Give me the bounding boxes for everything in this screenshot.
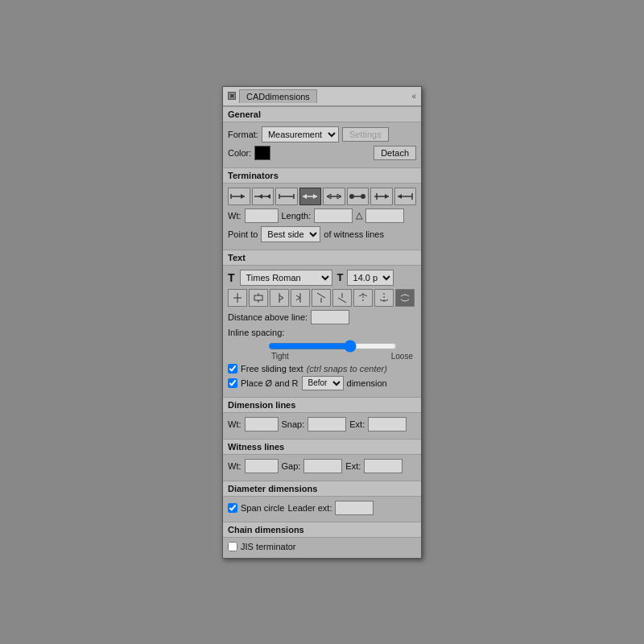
witness-label: of witness lines	[324, 229, 384, 239]
close-button[interactable]: ✕	[228, 92, 236, 100]
terminator-btn-6[interactable]	[347, 188, 369, 205]
general-section-content: Format: Measurement Settings Color: Deta…	[223, 122, 421, 167]
svg-marker-11	[313, 194, 317, 199]
color-label: Color:	[228, 148, 251, 158]
align-btn-7[interactable]	[353, 289, 373, 307]
format-select[interactable]: Measurement	[262, 126, 339, 142]
point-to-label: Point to	[228, 229, 258, 239]
align-btn-2[interactable]	[249, 289, 268, 307]
terminator-btn-5[interactable]	[323, 188, 345, 205]
dim-wt-label: Wt:	[228, 419, 242, 429]
terminators-section-content: Wt: 1.0 pt Length: 0.125" △ 17.5° Point …	[223, 184, 421, 250]
point-to-row: Point to Best side of witness lines	[228, 226, 416, 242]
general-section-header: General	[223, 106, 421, 122]
angle-icon: △	[356, 210, 362, 221]
svg-point-17	[361, 194, 365, 199]
wt-input[interactable]: 1.0 pt	[245, 208, 279, 223]
inline-spacing-label-row: Inline spacing:	[228, 328, 416, 337]
svg-line-34	[296, 298, 300, 300]
wit-gap-label: Gap:	[282, 461, 301, 471]
span-circle-checkbox[interactable]	[228, 503, 237, 513]
font-T-icon: T	[228, 271, 235, 284]
align-btn-3[interactable]	[270, 289, 289, 307]
witness-lines-section-header: Witness lines	[223, 439, 421, 455]
dimension-label: dimension	[347, 378, 387, 388]
size-select[interactable]: 14.0 pt	[347, 270, 394, 286]
svg-rect-26	[254, 295, 262, 300]
free-sliding-checkbox[interactable]	[228, 364, 237, 374]
wit-ext-input[interactable]: 0.125"	[364, 459, 402, 473]
jis-terminator-checkbox[interactable]	[228, 542, 237, 551]
text-section-content: T Times Roman T 14.0 pt	[223, 266, 421, 397]
terminator-btn-1[interactable]	[228, 188, 250, 205]
text-section-header: Text	[223, 250, 421, 266]
wt-length-row: Wt: 1.0 pt Length: 0.125" △ 17.5°	[228, 208, 416, 223]
leader-ext-input[interactable]: 0.500"	[335, 501, 374, 515]
svg-marker-20	[385, 194, 389, 199]
jis-terminator-row: JIS terminator	[228, 542, 416, 551]
inline-spacing-slider[interactable]	[268, 341, 397, 352]
wit-wt-label: Wt:	[228, 461, 242, 471]
align-btn-9[interactable]	[395, 289, 415, 307]
dim-ext-label: Ext:	[349, 419, 365, 429]
angle-input[interactable]: 17.5°	[365, 208, 404, 223]
dim-ext-input[interactable]: 0.000"	[368, 417, 407, 431]
dimension-lines-section-content: Wt: 1.0 pt Snap: 0.375" Ext: 0.000"	[223, 413, 421, 439]
font-row: T Times Roman T 14.0 pt	[228, 270, 416, 286]
terminator-btn-2[interactable]	[252, 188, 275, 205]
svg-marker-5	[266, 194, 270, 199]
align-btn-5[interactable]	[312, 289, 331, 307]
distance-row: Distance above line: 0.063"	[228, 310, 416, 324]
dim-lines-row: Wt: 1.0 pt Snap: 0.375" Ext: 0.000"	[228, 417, 416, 431]
inline-spacing-label: Inline spacing:	[228, 328, 284, 337]
slider-min-label: Tight	[271, 352, 289, 361]
place-row: Place Ø and R Before dimension	[228, 376, 416, 390]
dim-snap-label: Snap:	[282, 419, 305, 429]
distance-label: Distance above line:	[228, 312, 308, 322]
inline-spacing-container: Inline spacing: Tight Loose	[228, 328, 416, 361]
svg-marker-10	[303, 194, 307, 199]
svg-point-16	[349, 194, 354, 199]
place-checkbox[interactable]	[228, 378, 237, 388]
span-circle-label: Span circle	[241, 503, 284, 513]
format-row: Format: Measurement Settings	[228, 126, 416, 142]
size-T-icon: T	[337, 271, 344, 283]
span-circle-row: Span circle Leader ext: 0.500"	[228, 501, 416, 515]
witness-lines-row: Wt: 1.0 pt Gap: 0.063" Ext: 0.125"	[228, 459, 416, 473]
panel-tab-label: CADdimensions	[239, 89, 317, 103]
witness-lines-section-content: Wt: 1.0 pt Gap: 0.063" Ext: 0.125"	[223, 455, 421, 481]
terminator-btn-7[interactable]	[370, 188, 393, 205]
wt-label: Wt:	[228, 211, 242, 221]
free-sliding-label: Free sliding text	[241, 364, 303, 374]
align-btn-1[interactable]	[228, 289, 247, 307]
dim-wt-input[interactable]: 1.0 pt	[245, 417, 279, 431]
wit-gap-input[interactable]: 0.063"	[303, 459, 342, 473]
align-btn-8[interactable]	[374, 289, 394, 307]
length-input[interactable]: 0.125"	[314, 208, 353, 223]
collapse-button[interactable]: «	[411, 92, 416, 101]
svg-line-31	[279, 298, 283, 300]
svg-line-30	[279, 295, 283, 298]
terminator-btn-3[interactable]	[275, 188, 298, 205]
svg-line-36	[317, 293, 325, 298]
slider-labels: Tight Loose	[228, 352, 416, 361]
align-btn-6[interactable]	[332, 289, 352, 307]
svg-line-38	[338, 298, 346, 303]
dimension-lines-section-header: Dimension lines	[223, 397, 421, 413]
detach-button[interactable]: Detach	[374, 146, 416, 160]
font-select[interactable]: Times Roman	[240, 270, 332, 286]
wit-wt-input[interactable]: 1.0 pt	[245, 459, 279, 473]
dim-snap-input[interactable]: 0.375"	[308, 417, 346, 431]
diameter-dimensions-section-content: Span circle Leader ext: 0.500"	[223, 497, 421, 522]
terminator-btn-4[interactable]	[299, 188, 322, 205]
point-to-select[interactable]: Best side	[261, 226, 320, 242]
diameter-dimensions-section-header: Diameter dimensions	[223, 481, 421, 497]
terminator-btn-8[interactable]	[394, 188, 417, 205]
length-label: Length:	[282, 211, 312, 221]
settings-button[interactable]: Settings	[342, 127, 389, 142]
leader-ext-label: Leader ext:	[287, 503, 332, 513]
align-btn-4[interactable]	[291, 289, 310, 307]
color-swatch[interactable]	[254, 146, 270, 160]
place-select[interactable]: Before	[302, 376, 344, 390]
distance-input[interactable]: 0.063"	[311, 310, 349, 324]
